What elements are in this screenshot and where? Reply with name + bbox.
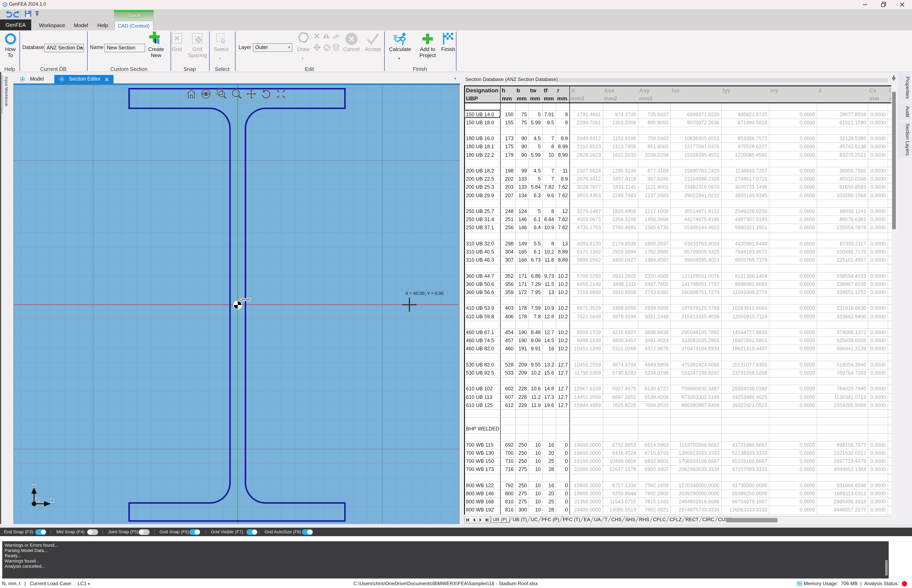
svg-text:Z: Z	[36, 497, 39, 502]
svg-text:Center: Center	[239, 297, 251, 302]
svg-text:X = 60.00, Y = 0.00: X = 60.00, Y = 0.00	[405, 291, 444, 296]
svg-text:X: X	[51, 498, 54, 503]
svg-text:Y: Y	[32, 484, 36, 489]
